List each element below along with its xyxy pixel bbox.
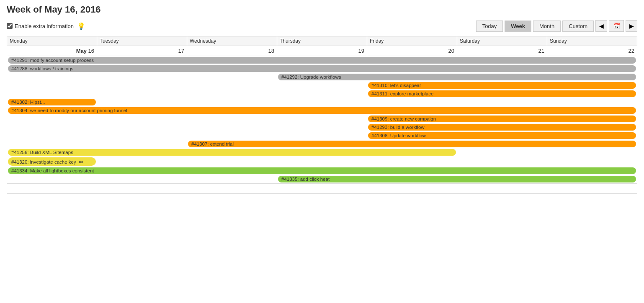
event-row-41293: #41293: build a workflow bbox=[7, 123, 637, 131]
event-row-41291: #41291: modify account setup process bbox=[7, 56, 637, 65]
event-bar-41293[interactable]: #41293: build a workflow bbox=[368, 124, 636, 131]
event-empty-11 bbox=[7, 175, 277, 184]
empty-cell-5 bbox=[457, 184, 547, 194]
event-bar-41320[interactable]: #41320: investigate cache key ∞ bbox=[8, 157, 96, 166]
empty-cell-2 bbox=[187, 184, 277, 194]
custom-button[interactable]: Custom bbox=[562, 21, 594, 32]
event-bar-41302[interactable]: #41302: Hipst... bbox=[8, 99, 96, 105]
event-bar-41288[interactable]: #41288: workflows / trainings bbox=[8, 65, 636, 72]
empty-cell-4 bbox=[367, 184, 457, 194]
event-row-41307: #41307: extend trial bbox=[7, 140, 637, 148]
event-empty-6 bbox=[7, 123, 367, 131]
empty-cell-3 bbox=[277, 184, 367, 194]
col-friday: Friday bbox=[367, 36, 457, 46]
date-cell-mon: May 16 bbox=[7, 46, 97, 56]
event-cell-41311[interactable]: #41311: explore marketplace bbox=[367, 90, 637, 98]
event-empty-3 bbox=[7, 90, 367, 98]
date-row: May 16 17 18 19 20 21 22 bbox=[7, 46, 637, 56]
event-cell-41309[interactable]: #41309: create new campaign bbox=[367, 115, 637, 123]
col-thursday: Thursday bbox=[277, 36, 367, 46]
event-cell-41310[interactable]: #41310: let's disappear bbox=[367, 81, 637, 90]
col-wednesday: Wednesday bbox=[187, 36, 277, 46]
event-cell-41302[interactable]: #41302: Hipst... bbox=[7, 98, 97, 106]
prev-button[interactable]: ◀ bbox=[595, 20, 607, 32]
event-empty-5 bbox=[7, 115, 367, 123]
event-row-41320: #41320: investigate cache key ∞ bbox=[7, 157, 637, 167]
event-empty-10 bbox=[97, 157, 637, 167]
event-row-41311: #41311: explore marketplace bbox=[7, 90, 637, 98]
event-bar-41256[interactable]: #41256: Build XML Sitemaps bbox=[8, 149, 456, 156]
empty-bottom-row bbox=[7, 184, 637, 194]
page-title: Week of May 16, 2016 bbox=[7, 4, 637, 15]
event-row-41256: #41256: Build XML Sitemaps bbox=[7, 148, 637, 157]
event-cell-41307[interactable]: #41307: extend trial bbox=[187, 140, 637, 148]
event-bar-41310[interactable]: #41310: let's disappear bbox=[368, 82, 636, 89]
col-monday: Monday bbox=[7, 36, 97, 46]
event-bar-41308[interactable]: #41308: Update workflow bbox=[368, 132, 636, 139]
week-button[interactable]: Week bbox=[505, 21, 531, 32]
event-bar-41291[interactable]: #41291: modify account setup process bbox=[8, 57, 636, 64]
event-empty-4 bbox=[97, 98, 637, 106]
event-bar-41292[interactable]: #41292: Upgrade workflows bbox=[278, 74, 636, 80]
event-cell-41292[interactable]: #41292: Upgrade workflows bbox=[277, 73, 637, 81]
event-cell-41335[interactable]: #41335: add click heat bbox=[277, 175, 637, 184]
event-bar-41311[interactable]: #41311: explore marketplace bbox=[368, 90, 636, 97]
enable-extra-info-label: Enable extra information bbox=[15, 23, 74, 29]
event-bar-41335[interactable]: #41335: add click heat bbox=[278, 176, 636, 182]
date-cell-sun: 22 bbox=[547, 46, 637, 56]
next-button[interactable]: ▶ bbox=[626, 20, 637, 32]
event-bar-41307[interactable]: #41307: extend trial bbox=[188, 141, 636, 147]
event-cell-41291[interactable]: #41291: modify account setup process bbox=[7, 56, 637, 65]
event-empty-1 bbox=[7, 73, 277, 81]
event-cell-41320[interactable]: #41320: investigate cache key ∞ bbox=[7, 157, 97, 167]
event-cell-41304[interactable]: #41304: we need to modify our account pr… bbox=[7, 106, 637, 115]
infinity-icon: ∞ bbox=[79, 158, 83, 165]
calendar-table: Monday Tuesday Wednesday Thursday Friday… bbox=[7, 36, 637, 194]
toolbar: Enable extra information 💡 Today Week Mo… bbox=[7, 20, 637, 32]
event-row-41304: #41304: we need to modify our account pr… bbox=[7, 106, 637, 115]
event-cell-41308[interactable]: #41308: Update workflow bbox=[367, 131, 637, 140]
empty-cell-1 bbox=[97, 184, 187, 194]
event-row-41334: #41334: Make all lightboxes consistent bbox=[7, 167, 637, 175]
col-sunday: Sunday bbox=[547, 36, 637, 46]
toolbar-right: Today Week Month Custom ◀ 📅 ▶ bbox=[476, 20, 637, 32]
today-button[interactable]: Today bbox=[476, 21, 503, 32]
event-bar-41309[interactable]: #41309: create new campaign bbox=[368, 116, 636, 122]
event-row-41309: #41309: create new campaign bbox=[7, 115, 637, 123]
event-empty-8 bbox=[7, 140, 187, 148]
event-empty-9 bbox=[457, 148, 637, 157]
event-cell-41288[interactable]: #41288: workflows / trainings bbox=[7, 64, 637, 73]
event-row-41292: #41292: Upgrade workflows bbox=[7, 73, 637, 81]
empty-cell-6 bbox=[547, 184, 637, 194]
empty-cell-0 bbox=[7, 184, 97, 194]
date-cell-fri: 20 bbox=[367, 46, 457, 56]
col-saturday: Saturday bbox=[457, 36, 547, 46]
date-cell-sat: 21 bbox=[457, 46, 547, 56]
event-row-41335: #41335: add click heat bbox=[7, 175, 637, 184]
event-row-41310: #41310: let's disappear bbox=[7, 81, 637, 90]
calendar-header-row: Monday Tuesday Wednesday Thursday Friday… bbox=[7, 36, 637, 46]
calendar-icon-button[interactable]: 📅 bbox=[609, 20, 624, 32]
event-empty-7 bbox=[7, 131, 367, 140]
month-button[interactable]: Month bbox=[533, 21, 561, 32]
date-cell-wed: 18 bbox=[187, 46, 277, 56]
event-row-41308: #41308: Update workflow bbox=[7, 131, 637, 140]
event-bar-41334[interactable]: #41334: Make all lightboxes consistent bbox=[8, 167, 636, 174]
date-cell-thu: 19 bbox=[277, 46, 367, 56]
event-row-41288: #41288: workflows / trainings bbox=[7, 64, 637, 73]
event-empty-2 bbox=[7, 81, 367, 90]
extra-info-input[interactable] bbox=[7, 23, 13, 29]
event-row-41302: #41302: Hipst... bbox=[7, 98, 637, 106]
event-cell-41334[interactable]: #41334: Make all lightboxes consistent bbox=[7, 167, 637, 175]
enable-extra-info-checkbox[interactable]: Enable extra information bbox=[7, 23, 74, 29]
toolbar-left: Enable extra information 💡 bbox=[7, 22, 85, 30]
event-cell-41256[interactable]: #41256: Build XML Sitemaps bbox=[7, 148, 457, 157]
event-bar-41304[interactable]: #41304: we need to modify our account pr… bbox=[8, 107, 636, 114]
event-cell-41293[interactable]: #41293: build a workflow bbox=[367, 123, 637, 131]
bulb-icon: 💡 bbox=[77, 22, 85, 30]
date-cell-tue: 17 bbox=[97, 46, 187, 56]
col-tuesday: Tuesday bbox=[97, 36, 187, 46]
